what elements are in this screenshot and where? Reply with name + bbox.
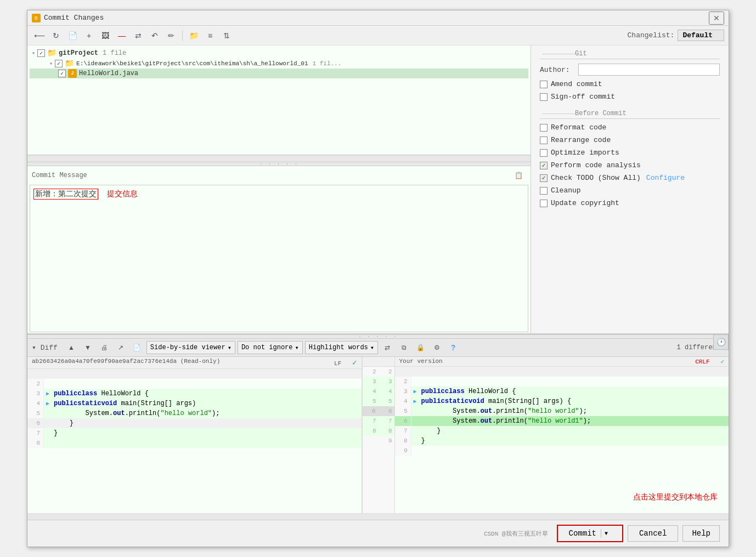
diff-scrollbar[interactable] [27, 513, 729, 520]
diff-title: ▾ Diff [32, 343, 58, 352]
watermark: CSDN @我有三视五叶草 [484, 530, 548, 538]
reformat-checkbox[interactable] [540, 124, 548, 132]
diff-up-btn[interactable]: ▲ [64, 342, 78, 354]
copy-commit-btn[interactable]: 📋 [511, 168, 526, 183]
left-diff-pane[interactable]: ab2663426a0a4a70fe09f90ae9af2ac7376e14da… [27, 357, 362, 513]
add-btn[interactable]: + [81, 29, 97, 43]
align-btn[interactable]: ≡ [202, 29, 218, 43]
author-row: Author: [540, 64, 720, 76]
diff-settings-btn[interactable]: ⚙ [430, 342, 444, 354]
commit-button[interactable]: Commit ▼ [557, 525, 623, 542]
diff-line-6: 6 } [27, 418, 362, 428]
diff-lock-btn[interactable]: 🔒 [413, 342, 427, 354]
cancel-button[interactable]: Cancel [628, 525, 678, 542]
image-btn[interactable]: 🖼 [98, 29, 113, 43]
edit-btn[interactable]: ✏ [163, 29, 179, 43]
r-diff-line-2: 2 [395, 377, 729, 387]
diff-arrows-btn[interactable]: ⇄ [380, 342, 394, 354]
git-section: Git Author: Amend commit Sign-off commit [540, 50, 720, 101]
amend-commit-row: Amend commit [540, 80, 720, 88]
commit-msg-box[interactable]: 新增：第二次提交 提交信息 [30, 185, 528, 332]
copyright-label: Update copyright [551, 199, 619, 207]
java-icon: J [68, 69, 77, 78]
undo-btn[interactable]: ↶ [147, 29, 162, 43]
file-tree: ▾ 📁 gitProject 1 file ▾ 📁 E:\ideawork\be… [27, 46, 531, 155]
move-btn[interactable]: ⇄ [131, 29, 146, 43]
path-count: 1 fil... [313, 60, 342, 67]
left-hash: ab2663426a0a4a70fe09f90ae9af2ac7376e14da… [32, 358, 220, 367]
r-diff-line-8: 8 } [395, 436, 729, 446]
expand-path[interactable]: ▾ [49, 60, 53, 67]
r-diff-line-9: 9 [395, 446, 729, 456]
diff-export-btn[interactable]: ↗ [114, 342, 128, 354]
expand-gitproject[interactable]: ▾ [32, 50, 35, 56]
git-section-title: Git [540, 50, 720, 59]
folder-btn[interactable]: 📁 [186, 29, 201, 43]
optimize-checkbox[interactable] [540, 149, 548, 157]
diff-help-btn[interactable]: ? [446, 342, 460, 354]
copyright-checkbox[interactable] [540, 200, 548, 207]
tree-row-path: ▾ 📁 E:\ideawork\beike1\gitProject\src\co… [30, 58, 528, 69]
diff-line-4: 4 ▶ public static void main(String[] arg… [27, 399, 362, 408]
right-pane-header: Your version CRLF ✓ [395, 357, 729, 367]
left-diff-lines: 2 3 ▶ public class HelloWorld { 4 ▶ [27, 369, 362, 448]
align2-btn[interactable]: ⇅ [219, 29, 234, 43]
diff-new-btn[interactable]: 📄 [130, 342, 144, 354]
clock-btn[interactable]: 🕐 [713, 334, 729, 350]
resize-handle-2[interactable]: · · · · · [27, 334, 729, 339]
commit-button-arrow[interactable]: ▼ [601, 531, 611, 537]
rearrange-checkbox[interactable] [540, 137, 548, 144]
commit-msg-main: 新增：第二次提交 [35, 190, 97, 198]
amend-commit-checkbox[interactable] [540, 81, 548, 88]
signoff-commit-checkbox[interactable] [540, 93, 548, 101]
viewer-dropdown[interactable]: Side-by-side viewer ▾ [146, 341, 235, 354]
optimize-row: Optimize imports [540, 149, 720, 157]
tree-row-file: J HelloWorld.java [30, 69, 528, 78]
changelist-area: Changelist: Default [628, 30, 724, 41]
diff-section: 🕐 · · · · · ▾ Diff ▲ ▼ 🖨 ↗ 📄 Side-by-sid… [27, 333, 729, 520]
right-encoding: CRLF ✓ [695, 358, 724, 365]
mid-line-7: 7 7 [363, 416, 394, 426]
diff-print-btn[interactable]: 🖨 [97, 342, 111, 354]
back-btn[interactable]: ⟵ [32, 29, 47, 43]
folder-icon-gitproject: 📁 [47, 48, 57, 58]
close-button[interactable]: ✕ [709, 12, 724, 25]
cleanup-checkbox[interactable] [540, 187, 548, 195]
help-button[interactable]: Help [682, 525, 720, 542]
resize-handle-1[interactable]: · · · · · [27, 162, 531, 166]
remove-btn[interactable]: — [114, 29, 129, 43]
configure-link[interactable]: Configure [646, 174, 685, 182]
optimize-label: Optimize imports [551, 149, 619, 157]
diff-middle-nums: 2 2 3 3 4 4 5 5 6 6 [362, 357, 395, 513]
todo-checkbox[interactable] [540, 174, 548, 182]
right-diff-pane[interactable]: Your version CRLF ✓ 2 3 ▶ [395, 357, 729, 513]
checkbox-path[interactable] [55, 60, 63, 67]
refresh-btn[interactable]: ↻ [48, 29, 64, 43]
ignore-dropdown[interactable]: Do not ignore ▾ [238, 341, 303, 354]
rearrange-label: Rearrange code [551, 136, 611, 144]
mid-line-4: 4 4 [363, 387, 394, 396]
checkbox-file[interactable] [58, 70, 66, 77]
diff-down-btn[interactable]: ▼ [81, 342, 95, 354]
highlight-dropdown[interactable]: Highlight words ▾ [305, 341, 378, 354]
commit-annotation: 提交信息 [107, 190, 138, 198]
window-title: Commit Changes [44, 14, 104, 22]
author-label: Author: [540, 66, 578, 74]
author-input[interactable] [578, 64, 720, 76]
cleanup-row: Cleanup [540, 186, 720, 195]
folder-icon-path: 📁 [65, 59, 74, 68]
file-label: HelloWorld.java [79, 70, 138, 77]
diff-split-btn[interactable]: ⧉ [397, 342, 411, 354]
rearrange-row: Rearrange code [540, 136, 720, 144]
mid-line-2: 2 2 [363, 367, 394, 377]
changelist-dropdown[interactable]: Default [678, 30, 724, 41]
mid-line-8: 8 8 [363, 426, 394, 436]
diff-content: ab2663426a0a4a70fe09f90ae9af2ac7376e14da… [27, 357, 729, 513]
before-commit-title: Before Commit [540, 110, 720, 119]
commit-message-label: Commit Message [32, 172, 87, 179]
browse-btn[interactable]: 📄 [65, 29, 80, 43]
todo-label: Check TODO (Show All) [551, 174, 641, 182]
gitproject-count: 1 file [103, 49, 126, 57]
checkbox-gitproject[interactable] [37, 49, 45, 57]
perform-checkbox[interactable] [540, 162, 548, 169]
